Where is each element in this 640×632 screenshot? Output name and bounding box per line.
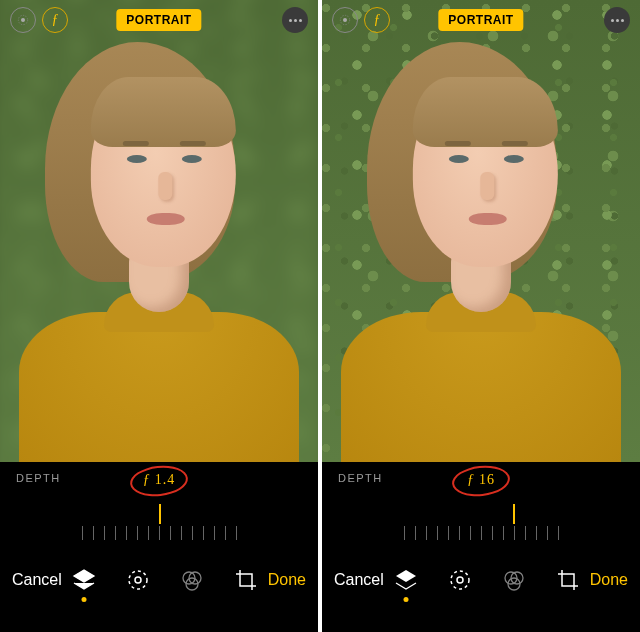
tool-icons [70, 566, 260, 594]
adjust-icon[interactable] [124, 566, 152, 594]
f-stop-value: ƒ16 [467, 472, 495, 488]
slider-pointer[interactable] [159, 504, 161, 524]
done-button[interactable]: Done [590, 571, 628, 589]
live-photo-icon[interactable] [10, 7, 36, 33]
crop-icon[interactable] [232, 566, 260, 594]
filters-icon[interactable] [500, 566, 528, 594]
photo-preview[interactable] [0, 0, 318, 462]
active-indicator [403, 597, 408, 602]
svg-point-0 [21, 18, 25, 22]
slider-pointer[interactable] [513, 504, 515, 524]
mode-badge[interactable]: PORTRAIT [116, 9, 201, 31]
depth-label: DEPTH [16, 472, 61, 484]
top-bar: ƒ PORTRAIT [322, 0, 640, 40]
aperture-icon[interactable]: ƒ [364, 7, 390, 33]
top-left-controls: ƒ [332, 7, 390, 33]
subject-person [19, 22, 299, 462]
edit-panel: DEPTH ƒ16 Cancel [322, 462, 640, 632]
depth-slider[interactable] [322, 504, 640, 550]
svg-point-9 [451, 571, 469, 589]
top-left-controls: ƒ [10, 7, 68, 33]
more-icon[interactable] [282, 7, 308, 33]
photo-preview[interactable] [322, 0, 640, 462]
depth-label: DEPTH [338, 472, 383, 484]
live-photo-icon[interactable] [332, 7, 358, 33]
crop-icon[interactable] [554, 566, 582, 594]
bottom-toolbar: Cancel Done [322, 550, 640, 604]
slider-ticks [0, 526, 318, 544]
screen-left: ƒ PORTRAIT DEPTH ƒ1.4 [0, 0, 318, 632]
mode-badge[interactable]: PORTRAIT [438, 9, 523, 31]
portrait-lighting-icon[interactable] [392, 566, 420, 594]
aperture-icon[interactable]: ƒ [42, 7, 68, 33]
cancel-button[interactable]: Cancel [334, 571, 384, 589]
slider-ticks [322, 526, 640, 544]
svg-point-7 [343, 18, 347, 22]
f-stop-value: ƒ1.4 [143, 472, 176, 488]
top-bar: ƒ PORTRAIT [0, 0, 318, 40]
depth-row: DEPTH ƒ16 [322, 472, 640, 498]
filters-icon[interactable] [178, 566, 206, 594]
adjust-icon[interactable] [446, 566, 474, 594]
edit-panel: DEPTH ƒ1.4 Cancel [0, 462, 318, 632]
svg-point-2 [129, 571, 147, 589]
screen-right: ƒ PORTRAIT DEPTH ƒ16 [322, 0, 640, 632]
more-icon[interactable] [604, 7, 630, 33]
tool-icons [392, 566, 582, 594]
depth-slider[interactable] [0, 504, 318, 550]
portrait-lighting-icon[interactable] [70, 566, 98, 594]
svg-point-10 [457, 577, 463, 583]
subject-person [341, 22, 621, 462]
svg-point-3 [135, 577, 141, 583]
done-button[interactable]: Done [268, 571, 306, 589]
cancel-button[interactable]: Cancel [12, 571, 62, 589]
active-indicator [81, 597, 86, 602]
depth-row: DEPTH ƒ1.4 [0, 472, 318, 498]
bottom-toolbar: Cancel Done [0, 550, 318, 604]
